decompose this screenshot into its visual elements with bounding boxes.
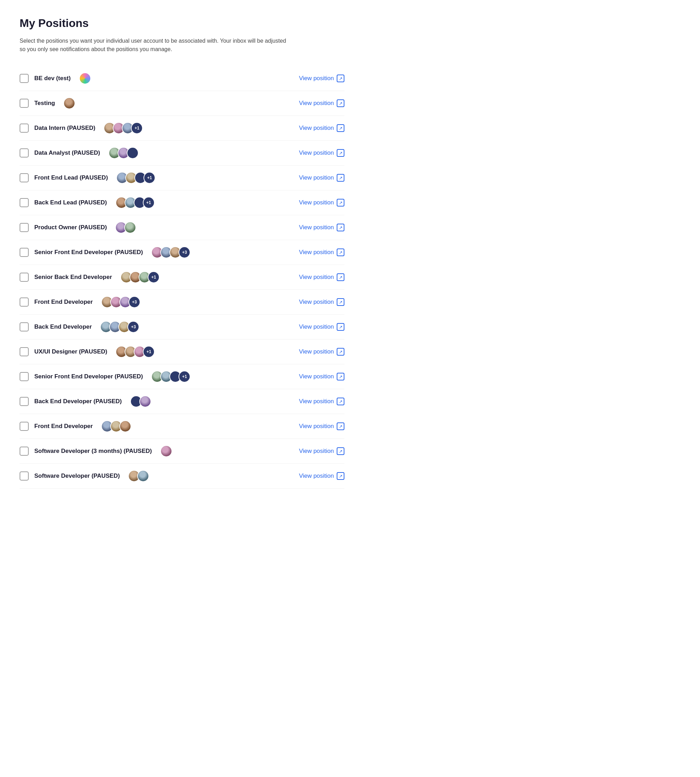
position-checkbox[interactable] [20, 223, 29, 232]
external-link-icon [337, 298, 344, 306]
external-link-icon [337, 174, 344, 182]
position-row: TestingView position [20, 91, 344, 116]
external-link-icon [337, 273, 344, 281]
position-checkbox[interactable] [20, 99, 29, 108]
position-checkbox[interactable] [20, 472, 29, 480]
external-link-icon [337, 149, 344, 157]
position-row: Product Owner (PAUSED)View position [20, 215, 344, 240]
view-position-link[interactable]: View position [299, 298, 344, 306]
position-avatars [160, 445, 172, 457]
avatar [139, 395, 151, 407]
avatar [137, 470, 149, 482]
view-position-link[interactable]: View position [299, 398, 344, 405]
view-position-link[interactable]: View position [299, 248, 344, 256]
position-avatars: +1 [115, 346, 155, 358]
avatar-count: +3 [178, 247, 190, 258]
view-position-link[interactable]: View position [299, 472, 344, 480]
position-checkbox[interactable] [20, 248, 29, 257]
view-position-link[interactable]: View position [299, 199, 344, 207]
position-row: Data Analyst (PAUSED)View position [20, 141, 344, 165]
view-position-label: View position [299, 75, 334, 82]
external-link-icon [337, 99, 344, 107]
external-link-icon [337, 223, 344, 231]
position-row: Front End Developer+3View position [20, 290, 344, 315]
position-list: BE dev (test)View positionTestingView po… [20, 66, 344, 489]
position-checkbox[interactable] [20, 322, 29, 332]
position-row: Back End Lead (PAUSED)+1View position [20, 190, 344, 215]
view-position-label: View position [299, 423, 334, 430]
view-position-link[interactable]: View position [299, 373, 344, 380]
position-name: Back End Lead (PAUSED) [34, 199, 107, 206]
position-row: Back End Developer (PAUSED)View position [20, 389, 344, 414]
position-name: BE dev (test) [34, 75, 71, 82]
view-position-label: View position [299, 274, 334, 281]
view-position-label: View position [299, 448, 334, 455]
position-avatars: +1 [151, 371, 190, 383]
position-name: Front End Lead (PAUSED) [34, 174, 108, 181]
position-name: Front End Developer [34, 298, 93, 305]
external-link-icon [337, 348, 344, 355]
position-checkbox[interactable] [20, 297, 29, 307]
view-position-link[interactable]: View position [299, 75, 344, 82]
view-position-label: View position [299, 323, 334, 330]
view-position-link[interactable]: View position [299, 348, 344, 355]
position-checkbox[interactable] [20, 347, 29, 356]
view-position-label: View position [299, 100, 334, 107]
position-name: Back End Developer (PAUSED) [34, 398, 122, 405]
position-checkbox[interactable] [20, 148, 29, 157]
view-position-link[interactable]: View position [299, 323, 344, 331]
position-checkbox[interactable] [20, 123, 29, 133]
position-checkbox[interactable] [20, 74, 29, 83]
position-avatars: +1 [116, 172, 155, 184]
external-link-icon [337, 398, 344, 405]
position-checkbox[interactable] [20, 372, 29, 381]
avatar [119, 420, 131, 432]
position-checkbox[interactable] [20, 173, 29, 182]
position-avatars: +3 [101, 296, 140, 308]
position-checkbox[interactable] [20, 397, 29, 406]
position-avatars: +1 [103, 122, 143, 134]
position-name: Software Developer (3 months) (PAUSED) [34, 448, 152, 455]
external-link-icon [337, 447, 344, 455]
external-link-icon [337, 199, 344, 207]
view-position-link[interactable]: View position [299, 273, 344, 281]
position-avatars [79, 72, 91, 84]
position-name: Senior Front End Developer (PAUSED) [34, 373, 143, 380]
position-row: UX/UI Designer (PAUSED)+1View position [20, 340, 344, 364]
position-avatars [128, 470, 149, 482]
external-link-icon [337, 75, 344, 82]
view-position-label: View position [299, 199, 334, 206]
position-avatars: +1 [115, 197, 155, 208]
avatar-count: +1 [143, 346, 155, 358]
view-position-link[interactable]: View position [299, 99, 344, 107]
position-row: Senior Back End Developer+1View position [20, 265, 344, 290]
external-link-icon [337, 124, 344, 132]
position-checkbox[interactable] [20, 273, 29, 282]
position-checkbox[interactable] [20, 198, 29, 207]
position-avatars [101, 420, 131, 432]
view-position-label: View position [299, 249, 334, 256]
view-position-link[interactable]: View position [299, 447, 344, 455]
position-name: Data Intern (PAUSED) [34, 125, 95, 132]
position-row: Front End DeveloperView position [20, 414, 344, 439]
view-position-label: View position [299, 174, 334, 181]
view-position-link[interactable]: View position [299, 149, 344, 157]
external-link-icon [337, 422, 344, 430]
position-name: UX/UI Designer (PAUSED) [34, 348, 107, 355]
view-position-link[interactable]: View position [299, 124, 344, 132]
view-position-link[interactable]: View position [299, 223, 344, 231]
view-position-link[interactable]: View position [299, 422, 344, 430]
position-name: Senior Front End Developer (PAUSED) [34, 249, 143, 256]
position-checkbox[interactable] [20, 447, 29, 456]
view-position-link[interactable]: View position [299, 174, 344, 182]
position-avatars [130, 395, 151, 407]
position-checkbox[interactable] [20, 422, 29, 431]
view-position-label: View position [299, 298, 334, 305]
avatar [63, 97, 75, 109]
external-link-icon [337, 472, 344, 480]
position-row: Software Developer (PAUSED)View position [20, 464, 344, 489]
view-position-label: View position [299, 125, 334, 132]
position-avatars [108, 147, 138, 159]
avatar [160, 445, 172, 457]
view-position-label: View position [299, 348, 334, 355]
